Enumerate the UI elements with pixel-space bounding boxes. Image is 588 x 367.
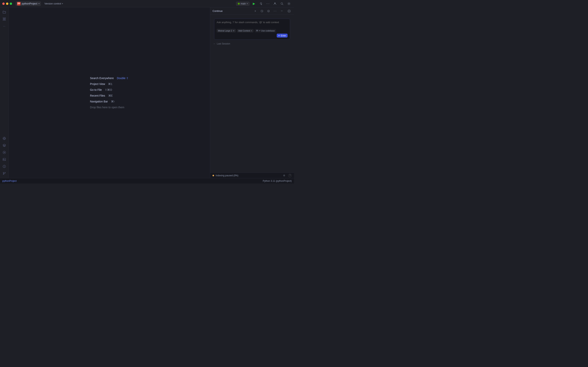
svg-point-31: [288, 10, 291, 12]
model-chevron: ∨: [233, 29, 235, 32]
version-control-label: Version control: [44, 2, 61, 5]
title-bar: PP pythonProject ▾ Version control ▾ Con…: [0, 0, 294, 7]
use-codebase-button[interactable]: ⌘ ↩ Use codebase: [255, 29, 276, 33]
svg-point-3: [289, 3, 290, 4]
window-controls: [2, 2, 12, 5]
ai-new-chat-button[interactable]: +: [253, 8, 258, 14]
branch-label: main: [241, 2, 246, 5]
search-button[interactable]: [279, 1, 285, 6]
settings-button[interactable]: [286, 1, 292, 6]
add-context-button[interactable]: Add Context +: [237, 29, 253, 33]
model-selector[interactable]: Mistral Large 2 ∨: [217, 29, 236, 33]
svg-rect-7: [4, 20, 6, 20]
more-actions-button[interactable]: ···: [265, 1, 271, 6]
enter-icon: ↩: [278, 34, 280, 37]
status-bar-right: Python 3.11 (pythonProject): [263, 180, 292, 182]
project-name-label: pythonProject: [22, 2, 37, 5]
branch-dot: [238, 3, 240, 5]
last-session-label: Last Session: [217, 42, 230, 45]
ai-status-bar: Indexing paused (0%) ⚙ ?: [210, 173, 294, 178]
svg-rect-6: [3, 20, 4, 20]
minimize-button[interactable]: [6, 2, 8, 5]
search-everywhere-label: Search Everywhere: [90, 77, 114, 80]
svg-point-29: [268, 10, 270, 12]
navigation-bar-item[interactable]: Navigation Bar ⌘↑: [90, 100, 115, 103]
ai-panel: Continue + ··· −: [210, 7, 294, 178]
project-selector[interactable]: PP pythonProject ▾: [16, 1, 41, 6]
project-view-item[interactable]: Project View ⌘1: [90, 83, 112, 85]
go-to-file-label: Go to File: [90, 88, 102, 91]
sidebar-layers-icon[interactable]: [1, 142, 7, 149]
title-bar-right: Continue main ▾ ▶ ···: [236, 1, 292, 6]
enter-button[interactable]: ↩ Enter: [277, 34, 288, 38]
indexing-status-text: Indexing paused (0%): [216, 174, 280, 177]
main-layout: ···: [0, 7, 294, 178]
ai-history-button[interactable]: [259, 8, 264, 14]
svg-point-21: [3, 159, 4, 159]
chat-input[interactable]: [217, 21, 288, 27]
svg-rect-4: [3, 18, 4, 18]
sidebar-structure-icon[interactable]: [1, 16, 7, 22]
chat-input-container: Mistral Large 2 ∨ Add Context + ⌘ ↩ Use …: [214, 19, 290, 40]
ai-panel-header: Continue + ··· −: [210, 7, 294, 15]
chat-toolbar: Mistral Large 2 ∨ Add Context + ⌘ ↩ Use …: [217, 29, 288, 38]
sidebar-image-icon[interactable]: [1, 156, 7, 163]
sidebar-more-icon[interactable]: ···: [1, 23, 7, 29]
ai-panel-content: Mistral Large 2 ∨ Add Context + ⌘ ↩ Use …: [210, 15, 294, 173]
project-view-label: Project View: [90, 83, 105, 85]
ai-close-button[interactable]: −: [279, 8, 284, 14]
svg-rect-5: [4, 18, 6, 18]
use-codebase-icon1: ⌘: [256, 30, 258, 32]
maximize-button[interactable]: [10, 2, 12, 5]
enter-label: Enter: [281, 34, 286, 37]
search-everywhere-item[interactable]: Search Everywhere Double ⇧: [90, 77, 128, 80]
project-view-shortcut: ⌘1: [108, 83, 112, 85]
svg-point-25: [3, 172, 4, 173]
add-context-label: Add Context: [238, 30, 250, 32]
recent-files-item[interactable]: Recent Files ⌘E: [90, 94, 113, 97]
ai-more-button[interactable]: ···: [273, 8, 278, 14]
go-to-file-item[interactable]: Go to File ⇧⌘O: [90, 88, 112, 91]
use-codebase-icon2: ↩: [259, 30, 260, 32]
status-bar: pythonProject Python 3.11 (pythonProject…: [0, 178, 294, 184]
editor-area: Search Everywhere Double ⇧ Project View …: [8, 7, 210, 178]
go-to-file-shortcut: ⇧⌘O: [105, 88, 112, 91]
ai-model-icon[interactable]: [266, 8, 271, 14]
navigation-bar-shortcut: ⌘↑: [111, 100, 115, 103]
indexing-status-dot: [212, 175, 214, 176]
ai-panel-title: Continue: [212, 9, 251, 12]
sidebar-run-icon[interactable]: [1, 149, 7, 156]
search-everywhere-shortcut: Double ⇧: [117, 77, 128, 80]
drop-files-item: Drop files here to open them: [90, 106, 125, 109]
svg-point-30: [268, 11, 269, 11]
svg-point-0: [274, 2, 276, 4]
plugins-button[interactable]: [258, 1, 264, 6]
sidebar-info-icon[interactable]: [1, 163, 7, 169]
last-session-item[interactable]: ← Last Session: [212, 41, 292, 46]
version-control-button[interactable]: Version control ▾: [43, 1, 65, 6]
drop-files-label: Drop files here to open them: [90, 106, 125, 109]
branch-selector[interactable]: Continue main ▾: [236, 1, 250, 6]
indexing-help-button[interactable]: ?: [288, 174, 292, 177]
welcome-content: Search Everywhere Double ⇧ Project View …: [90, 77, 128, 109]
ai-robot-icon: [287, 8, 292, 14]
svg-point-26: [5, 172, 5, 173]
last-session-arrow: ←: [213, 42, 216, 45]
use-codebase-label: Use codebase: [261, 30, 275, 32]
version-control-chevron: ▾: [62, 2, 63, 5]
close-button[interactable]: [2, 2, 5, 5]
sidebar-git-icon[interactable]: [1, 170, 7, 176]
recent-files-label: Recent Files: [90, 94, 105, 97]
add-context-plus: +: [251, 30, 252, 32]
svg-point-14: [4, 138, 5, 139]
svg-line-2: [282, 4, 283, 5]
run-button[interactable]: ▶: [251, 1, 257, 6]
python-version[interactable]: Python 3.11 (pythonProject): [263, 180, 292, 182]
sidebar-folder-icon[interactable]: [1, 9, 7, 15]
svg-point-24: [4, 166, 4, 166]
model-name: Mistral Large 2: [218, 30, 232, 32]
profile-button[interactable]: [272, 1, 278, 6]
sidebar-plugins-icon[interactable]: [1, 135, 7, 142]
svg-point-32: [289, 10, 290, 12]
indexing-settings-button[interactable]: ⚙: [282, 173, 287, 178]
